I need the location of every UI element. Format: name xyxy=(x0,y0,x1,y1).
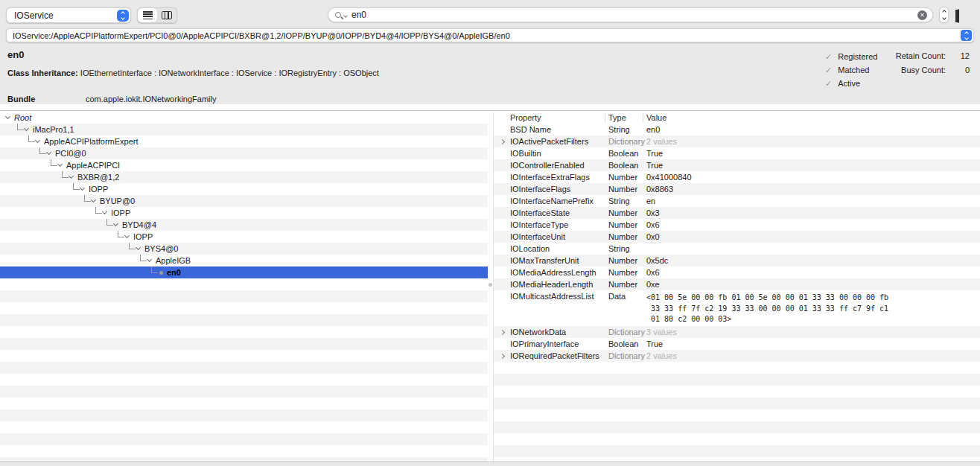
property-type: Boolean xyxy=(608,147,638,159)
disclosure-chevron-right-icon[interactable] xyxy=(500,329,505,334)
tree-row[interactable]: BXBR@1,2 xyxy=(0,171,488,183)
tree-disclosure-chevron-down-icon[interactable] xyxy=(80,185,85,191)
disclosure-chevron-right-icon[interactable] xyxy=(500,353,505,358)
scrollbar-thumb[interactable] xyxy=(489,283,492,287)
property-type: Dictionary xyxy=(608,326,645,338)
tree-row[interactable]: BYS4@0 xyxy=(0,243,488,255)
property-row[interactable]: IOInterfaceNamePrefixStringen xyxy=(494,195,980,207)
tree-disclosure-chevron-down-icon[interactable] xyxy=(57,162,63,167)
property-type: Boolean xyxy=(608,338,638,350)
property-row[interactable]: IOInterfaceExtraFlagsNumber0x41000840 xyxy=(494,171,980,183)
tree-row[interactable]: Root xyxy=(0,112,488,124)
column-separator[interactable] xyxy=(605,113,605,122)
inspector-toggle-button[interactable] xyxy=(956,10,969,20)
tree-row[interactable]: AppleACPIPCI xyxy=(0,159,488,171)
tree-disclosure-chevron-down-icon[interactable] xyxy=(24,126,29,131)
tree-row[interactable]: en0 xyxy=(0,266,488,278)
tree-connector xyxy=(39,147,46,154)
tree-disclosure-chevron-down-icon[interactable] xyxy=(91,197,96,202)
path-stepper-icon[interactable] xyxy=(961,30,972,41)
tree-connector xyxy=(106,219,113,226)
chevron-up-icon[interactable] xyxy=(942,10,946,14)
bundle-label: Bundle xyxy=(7,95,35,103)
column-header-property[interactable]: Property xyxy=(510,112,541,124)
property-value: 0x41000840 xyxy=(646,171,692,183)
column-view-button[interactable] xyxy=(157,8,176,22)
property-empty-row xyxy=(494,386,980,398)
tree-row[interactable]: PCI0@0 xyxy=(0,147,488,159)
tree-row[interactable]: AppleIGB xyxy=(0,255,488,266)
tree-row[interactable]: IOPP xyxy=(0,183,488,195)
property-name: IOLocation xyxy=(510,243,550,255)
find-previous-next-stepper[interactable] xyxy=(939,7,949,23)
property-empty-row xyxy=(494,398,980,409)
busy-count-value: 0 xyxy=(940,66,970,74)
tree-disclosure-chevron-down-icon[interactable] xyxy=(113,221,118,226)
tree-item-label: Root xyxy=(14,113,31,122)
property-type: Boolean xyxy=(608,159,638,171)
property-row[interactable]: IOMediaAddressLengthNumber0x6 xyxy=(494,266,980,278)
column-header-type[interactable]: Type xyxy=(608,112,626,124)
tree-item-label: AppleACPIPCI xyxy=(66,161,120,170)
tree-disclosure-chevron-down-icon[interactable] xyxy=(124,233,130,238)
column-header-value[interactable]: Value xyxy=(646,112,666,124)
tree-disclosure-chevron-down-icon[interactable] xyxy=(69,173,74,179)
disclosure-chevron-right-icon[interactable] xyxy=(500,138,505,144)
tree-item-label: IOPP xyxy=(89,185,108,194)
property-row[interactable]: BSD NameStringen0 xyxy=(494,124,980,135)
property-row[interactable]: IOInterfaceStateNumber0x3 xyxy=(494,207,980,219)
tree-disclosure-chevron-down-icon[interactable] xyxy=(147,257,152,262)
property-row[interactable]: IOLocationString xyxy=(494,243,980,255)
property-row[interactable]: IOInterfaceFlagsNumber0x8863 xyxy=(494,183,980,195)
tree-row[interactable]: BYUP@0 xyxy=(0,195,488,207)
tree-disclosure-chevron-down-icon[interactable] xyxy=(136,245,141,250)
tree-item-label: BYD4@4 xyxy=(122,220,156,229)
tree-row[interactable]: AppleACPIPlatformExpert xyxy=(0,135,488,147)
property-row[interactable]: IOMaxTransferUnitNumber0x5dc xyxy=(494,255,980,266)
property-row[interactable]: IOMediaHeaderLengthNumber0xe xyxy=(494,278,980,290)
tree-disclosure-chevron-down-icon[interactable] xyxy=(102,209,107,214)
tree-item-label: IOPP xyxy=(133,232,153,241)
property-type: Number xyxy=(608,207,637,219)
path-bar[interactable]: IOService:/AppleACPIPlatformExpert/PCI0@… xyxy=(6,28,974,42)
bundle-value: com.apple.iokit.IONetworkingFamily xyxy=(86,95,216,103)
tree-row[interactable]: IOPP xyxy=(0,231,488,243)
tree-disclosure-chevron-down-icon[interactable] xyxy=(35,138,40,143)
bundle-line: Bundle com.apple.iokit.IONetworkingFamil… xyxy=(7,95,454,105)
property-empty-row xyxy=(494,433,980,445)
property-row[interactable]: IOPrimaryInterfaceBooleanTrue xyxy=(494,338,980,350)
list-view-button[interactable] xyxy=(138,8,157,22)
property-name: IOActivePacketFilters xyxy=(510,135,588,147)
clear-search-button[interactable] xyxy=(917,10,927,20)
property-name: IOControllerEnabled xyxy=(510,159,585,171)
property-row[interactable]: IONetworkDataDictionary3 values xyxy=(494,326,980,338)
property-row[interactable]: IOBuiltinBooleanTrue xyxy=(494,147,980,159)
property-row[interactable]: IORequiredPacketFiltersDictionary2 value… xyxy=(494,350,980,362)
tree-disclosure-chevron-down-icon[interactable] xyxy=(5,114,10,119)
chevron-down-icon xyxy=(121,16,125,20)
property-row[interactable]: IOControllerEnabledBooleanTrue xyxy=(494,159,980,171)
property-row[interactable]: IOMulticastAddressListData<01 00 5e 00 0… xyxy=(494,290,980,326)
tree-disclosure-chevron-down-icon[interactable] xyxy=(46,150,51,155)
ioregistry-explorer-window: IOService en0 IOService:/AppleACPIPlatfo… xyxy=(0,0,980,466)
property-empty-row xyxy=(494,374,980,386)
tree-row[interactable]: BYD4@4 xyxy=(0,219,488,231)
class-inheritance-label: Class Inheritance: xyxy=(7,68,78,77)
search-field[interactable]: en0 xyxy=(328,7,933,22)
checkmark-icon: ✓ xyxy=(825,66,832,75)
property-row[interactable]: IOInterfaceTypeNumber0x6 xyxy=(494,219,980,231)
chevron-up-icon xyxy=(121,11,125,16)
tree-connector xyxy=(118,231,124,237)
property-row[interactable]: IOInterfaceUnitNumber0x0 xyxy=(494,231,980,243)
registry-plane-popup[interactable]: IOService xyxy=(6,7,131,23)
column-separator[interactable] xyxy=(643,113,643,122)
tree-row[interactable]: iMacPro1,1 xyxy=(0,124,488,135)
property-table-header: Property Type Value xyxy=(494,112,980,124)
tree-row[interactable]: IOPP xyxy=(0,207,488,219)
property-name: IORequiredPacketFilters xyxy=(510,350,599,362)
search-menu-chevron-icon[interactable] xyxy=(343,13,348,18)
chevron-down-icon[interactable] xyxy=(942,16,946,20)
property-row[interactable]: IOActivePacketFiltersDictionary2 values xyxy=(494,135,980,147)
tree-scrollbar[interactable] xyxy=(488,112,493,462)
search-input-value[interactable]: en0 xyxy=(351,10,917,20)
